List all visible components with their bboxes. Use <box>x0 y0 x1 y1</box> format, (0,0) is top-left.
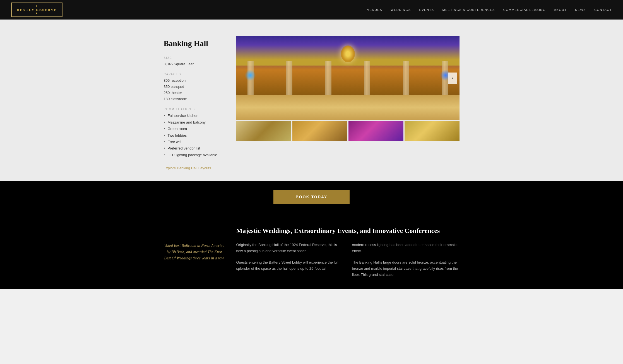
carousel-next-button[interactable]: › <box>448 73 457 84</box>
thumbnail-3[interactable] <box>348 121 403 141</box>
chandelier <box>341 45 355 62</box>
capacity-label: CAPACITY <box>164 73 225 76</box>
thumbnail-strip <box>236 121 460 141</box>
main-content: Banking Hall SIZE 8,045 Square Feet CAPA… <box>0 20 623 181</box>
logo-text: BENTLY RESERVE <box>17 8 57 12</box>
capacity-values: 805 reception 350 banquet 250 theater 18… <box>164 78 225 102</box>
nav-events[interactable]: EVENTS <box>419 8 434 11</box>
feature-greenroom: Green room <box>164 126 225 132</box>
venue-details-panel: Banking Hall SIZE 8,045 Square Feet CAPA… <box>164 36 225 170</box>
capacity-section: CAPACITY 805 reception 350 banquet 250 t… <box>164 73 225 102</box>
logo-ornament: ✦ <box>17 5 57 8</box>
bottom-columns: Originally the Banking Hall of the 1924 … <box>236 242 460 278</box>
nav-about[interactable]: ABOUT <box>554 8 567 11</box>
logo-ornament-bottom: ✦ <box>17 12 57 15</box>
bottom-col-2: modern recess lighting has been added to… <box>352 242 460 278</box>
features-list: Full service kitchen Mezzanine and balco… <box>164 112 225 158</box>
hall-floor <box>236 95 460 120</box>
hall-visual <box>236 36 460 120</box>
capacity-classroom: 180 classroom <box>164 96 225 102</box>
main-image: › <box>236 36 460 120</box>
logo-area[interactable]: ✦ BENTLY RESERVE ✦ <box>11 3 62 17</box>
thumbnail-1[interactable] <box>236 121 291 141</box>
bottom-title: Majestic Weddings, Extraordinary Events,… <box>236 226 460 235</box>
size-label: SIZE <box>164 56 225 59</box>
feature-vendor: Preferred vendor list <box>164 145 225 151</box>
lighting-left <box>245 70 256 81</box>
bottom-col-2-text: modern recess lighting has been added to… <box>352 242 460 254</box>
award-panel: Voted Best Ballroom in North America by … <box>164 226 225 278</box>
thumbnail-2[interactable] <box>292 121 347 141</box>
bottom-col-2-text-2: The Banking Hall's large doors are solid… <box>352 259 460 278</box>
main-nav: VENUES WEDDINGS EVENTS MEETINGS & CONFER… <box>367 8 612 11</box>
nav-commercial[interactable]: COMMERCIAL LEASING <box>503 8 546 11</box>
venue-title: Banking Hall <box>164 39 225 48</box>
bottom-col-1-text-2: Guests entering the Battery Street Lobby… <box>236 259 344 272</box>
image-gallery: › <box>236 36 460 170</box>
bottom-col-1-text: Originally the Banking Hall of the 1924 … <box>236 242 344 254</box>
capacity-theater: 250 theater <box>164 90 225 96</box>
thumbnail-4[interactable] <box>405 121 460 141</box>
feature-kitchen: Full service kitchen <box>164 112 225 119</box>
nav-contact[interactable]: CONTACT <box>594 8 612 11</box>
site-header: ✦ BENTLY RESERVE ✦ VENUES WEDDINGS EVENT… <box>0 0 623 20</box>
size-section: SIZE 8,045 Square Feet <box>164 56 225 67</box>
feature-mezzanine: Mezzanine and balcony <box>164 119 225 126</box>
nav-meetings[interactable]: MEETINGS & CONFERENCES <box>442 8 495 11</box>
features-section: ROOM FEATURES Full service kitchen Mezza… <box>164 108 225 158</box>
site-logo[interactable]: ✦ BENTLY RESERVE ✦ <box>11 3 62 17</box>
book-today-button[interactable]: BOOK TODAY <box>273 190 350 204</box>
book-section: BOOK TODAY <box>0 181 623 213</box>
nav-news[interactable]: NEWS <box>575 8 586 11</box>
award-text: Voted Best Ballroom in North America by … <box>164 243 225 261</box>
features-label: ROOM FEATURES <box>164 108 225 111</box>
feature-led: LED lighting package available <box>164 152 225 158</box>
capacity-reception: 805 reception <box>164 78 225 84</box>
bottom-section: Voted Best Ballroom in North America by … <box>0 213 623 289</box>
feature-lobbies: Two lobbies <box>164 132 225 139</box>
feature-wifi: Free wifi <box>164 139 225 145</box>
nav-venues[interactable]: VENUES <box>367 8 382 11</box>
size-value: 8,045 Square Feet <box>164 61 225 67</box>
bottom-col-1: Originally the Banking Hall of the 1924 … <box>236 242 344 278</box>
nav-weddings[interactable]: WEDDINGS <box>391 8 411 11</box>
bottom-content: Majestic Weddings, Extraordinary Events,… <box>236 226 460 278</box>
explore-layouts-link[interactable]: Explore Banking Hall Layouts <box>164 166 225 170</box>
capacity-banquet: 350 banquet <box>164 84 225 90</box>
